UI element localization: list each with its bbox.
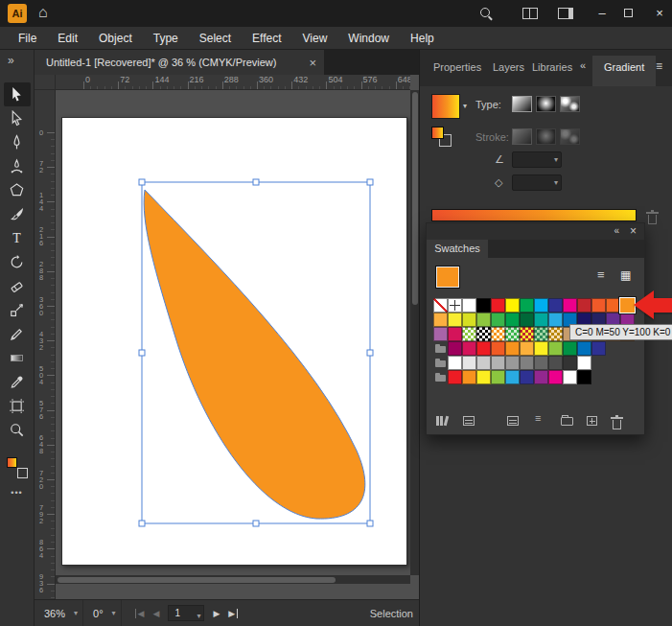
fill-stroke-wells[interactable]: [6, 457, 29, 478]
swatch[interactable]: [476, 356, 491, 370]
swatch[interactable]: [520, 341, 534, 356]
last-artboard-icon[interactable]: ▶: [228, 609, 238, 618]
maximize-button[interactable]: [624, 9, 633, 17]
tool-direct-selection[interactable]: [4, 106, 31, 130]
swatches-panel-header[interactable]: « ×: [427, 223, 644, 240]
menu-type[interactable]: Type: [143, 32, 189, 45]
gradient-thumbnail[interactable]: [431, 94, 460, 119]
swatch[interactable]: [476, 298, 491, 313]
linear-gradient-button[interactable]: [512, 96, 532, 112]
swatch-group-folder[interactable]: [433, 341, 448, 356]
swatch[interactable]: [462, 313, 476, 327]
swatch[interactable]: [505, 356, 520, 370]
arrange-documents-icon[interactable]: [522, 8, 538, 19]
menu-select[interactable]: Select: [189, 32, 242, 45]
workspace-switcher-icon[interactable]: [558, 8, 573, 19]
tool-eyedropper[interactable]: [4, 370, 31, 394]
swatch[interactable]: [462, 298, 476, 313]
show-swatch-kinds-icon[interactable]: [507, 416, 519, 426]
swatch[interactable]: [534, 356, 548, 370]
new-color-group-icon[interactable]: [561, 417, 573, 426]
swatch[interactable]: [505, 370, 520, 384]
tool-pen[interactable]: [4, 130, 31, 154]
collapse-panel-icon[interactable]: «: [580, 59, 586, 71]
list-view-icon[interactable]: ≡: [597, 267, 605, 282]
swatch[interactable]: [433, 313, 448, 327]
new-swatch-icon[interactable]: [587, 416, 597, 426]
tool-zoom[interactable]: [4, 418, 31, 442]
minimize-button[interactable]: –: [591, 4, 613, 23]
zoom-dropdown[interactable]: 36%: [35, 600, 83, 626]
edit-toolbar-button[interactable]: •••: [4, 488, 31, 498]
tool-artboard[interactable]: [4, 394, 31, 418]
menu-view[interactable]: View: [292, 32, 338, 45]
swatch-group-folder[interactable]: [433, 370, 448, 384]
first-artboard-icon[interactable]: ◀: [135, 609, 145, 618]
radial-gradient-button[interactable]: [536, 96, 556, 112]
swatch[interactable]: [520, 298, 534, 313]
menu-file[interactable]: File: [8, 32, 47, 45]
swatch[interactable]: [548, 370, 563, 384]
swatch[interactable]: [505, 313, 520, 327]
swatch[interactable]: [448, 341, 462, 356]
tool-selection[interactable]: [4, 82, 31, 106]
swatches-current-color[interactable]: [435, 266, 460, 289]
swatch[interactable]: [520, 370, 534, 384]
gradient-thumbnail-dropdown-icon[interactable]: ▾: [463, 102, 467, 110]
menu-help[interactable]: Help: [400, 32, 445, 45]
swatch-pattern[interactable]: [491, 327, 505, 341]
swatch[interactable]: [462, 341, 476, 356]
document-tab[interactable]: Untitled-1 [Recovered]* @ 36 % (CMYK/Pre…: [35, 50, 324, 75]
menu-object[interactable]: Object: [88, 32, 143, 45]
swatch[interactable]: [448, 370, 462, 384]
swatch[interactable]: [491, 370, 505, 384]
panel-menu-icon[interactable]: ≡: [656, 59, 662, 73]
canvas-viewport[interactable]: [56, 90, 410, 575]
swatch[interactable]: [476, 341, 491, 356]
vertical-scrollbar[interactable]: [410, 90, 419, 575]
tab-properties[interactable]: Properties: [433, 61, 481, 73]
swatch[interactable]: [548, 313, 563, 327]
swatch[interactable]: [563, 356, 577, 370]
swatch[interactable]: [548, 356, 563, 370]
swatch-registration[interactable]: [448, 298, 462, 313]
tool-gradient[interactable]: [4, 346, 31, 370]
stroke-well[interactable]: [17, 468, 28, 478]
delete-swatch-icon[interactable]: [613, 416, 621, 433]
swatch[interactable]: [591, 298, 606, 313]
tab-gradient[interactable]: Gradient: [592, 56, 656, 86]
menu-edit[interactable]: Edit: [47, 32, 88, 45]
swatch[interactable]: [505, 298, 520, 313]
rotation-dropdown[interactable]: 0°: [83, 600, 122, 626]
swatch-pattern[interactable]: [534, 327, 548, 341]
swatch[interactable]: [476, 313, 491, 327]
swatches-close-icon[interactable]: ×: [630, 224, 637, 238]
tool-polygon[interactable]: [4, 178, 31, 202]
menu-effect[interactable]: Effect: [242, 32, 291, 45]
close-button[interactable]: ×: [649, 4, 670, 23]
swatch[interactable]: [491, 313, 505, 327]
swatch[interactable]: [448, 327, 462, 341]
swatch[interactable]: [577, 356, 591, 370]
swatch-selected[interactable]: [620, 298, 635, 313]
swatch[interactable]: [505, 341, 520, 356]
gradient-angle-dropdown[interactable]: [512, 151, 562, 168]
horizontal-scrollbar-thumb[interactable]: [58, 577, 336, 583]
swatch[interactable]: [534, 313, 548, 327]
swatch[interactable]: [520, 313, 534, 327]
tool-pencil[interactable]: [4, 322, 31, 346]
swatch[interactable]: [491, 298, 505, 313]
swatch[interactable]: [606, 298, 620, 313]
swatch[interactable]: [563, 370, 577, 384]
swatch[interactable]: [491, 341, 505, 356]
ruler-origin-box[interactable]: [35, 75, 56, 90]
tool-scale[interactable]: [4, 298, 31, 322]
search-icon[interactable]: [480, 8, 490, 17]
swatch[interactable]: [548, 298, 563, 313]
menu-window[interactable]: Window: [337, 32, 400, 45]
gradient-slider[interactable]: [431, 209, 637, 221]
swatch[interactable]: [534, 370, 548, 384]
toolbar-expand-icon[interactable]: »: [0, 50, 34, 75]
swatch-group-folder[interactable]: [433, 356, 448, 370]
swatch[interactable]: [534, 298, 548, 313]
